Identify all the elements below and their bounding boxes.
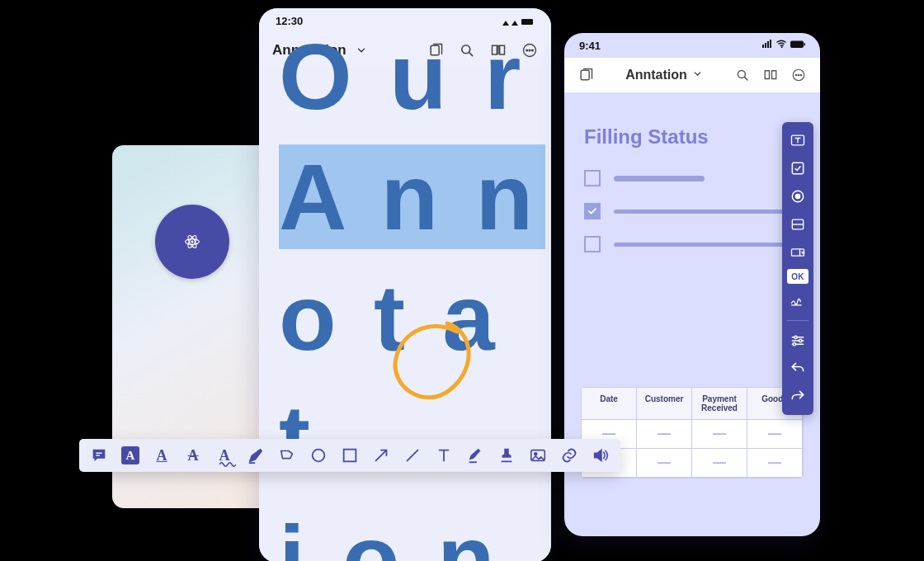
more-icon[interactable] [790, 67, 807, 83]
form-title: Filling Status [584, 125, 800, 148]
palette-divider [787, 320, 808, 321]
underline-text-icon[interactable]: A [152, 446, 172, 465]
listbox-icon[interactable] [786, 213, 809, 236]
radio-icon[interactable] [786, 185, 809, 208]
arrow-icon[interactable] [371, 446, 391, 465]
th: Date [582, 388, 637, 420]
svg-point-11 [781, 46, 783, 48]
svg-rect-13 [804, 43, 806, 46]
undo-icon[interactable] [786, 357, 809, 380]
search-icon[interactable] [734, 67, 751, 83]
squiggly-text-icon[interactable]: A [214, 446, 234, 465]
top-toolbar: Anntation [564, 58, 820, 92]
svg-rect-14 [581, 70, 589, 80]
ink-icon[interactable] [246, 446, 266, 465]
form-row[interactable] [584, 203, 800, 219]
stamp-icon[interactable] [497, 446, 516, 465]
chevron-down-icon[interactable] [692, 68, 703, 82]
image-icon[interactable] [528, 446, 548, 465]
svg-rect-30 [344, 450, 356, 462]
circle-icon[interactable] [309, 446, 328, 465]
form-row[interactable] [584, 170, 800, 186]
form-tools-palette: OK [782, 122, 813, 415]
td[interactable]: — [747, 420, 803, 449]
svg-point-29 [313, 450, 325, 462]
svg-point-18 [798, 74, 799, 76]
svg-rect-21 [792, 163, 803, 173]
book-icon[interactable] [762, 67, 779, 83]
react-icon [184, 233, 200, 250]
combobox-icon[interactable] [786, 241, 809, 264]
doc-row-3: i o n [279, 498, 551, 561]
svg-point-27 [799, 339, 802, 342]
td[interactable]: — [747, 449, 803, 478]
svg-point-17 [795, 74, 797, 76]
td[interactable]: — [637, 449, 692, 478]
svg-point-0 [191, 240, 193, 243]
svg-point-15 [738, 70, 745, 78]
note-icon[interactable] [89, 446, 109, 465]
react-badge [155, 205, 229, 279]
strike-text-icon[interactable]: A [183, 446, 203, 465]
th: Payment Received [692, 388, 747, 420]
form-row[interactable] [584, 236, 800, 252]
checkbox-unchecked[interactable] [584, 170, 601, 186]
panels-icon[interactable] [578, 67, 594, 83]
svg-point-26 [794, 336, 797, 338]
big-text: O u r A n n o t a t i o n [259, 16, 551, 561]
form-field-line [614, 210, 800, 214]
square-icon[interactable] [340, 446, 360, 465]
sound-icon[interactable] [591, 446, 610, 465]
checkbox-unchecked[interactable] [584, 236, 601, 252]
signature-icon[interactable] [786, 289, 809, 312]
annotation-toolbar: A A A A [79, 439, 620, 472]
th: Customer [637, 388, 692, 420]
status-bar: 9:41 [564, 33, 820, 58]
checkbox-icon[interactable] [786, 157, 809, 180]
highlight-text-icon[interactable]: A [120, 446, 140, 465]
status-right-icons [761, 40, 805, 52]
text-field-icon[interactable] [786, 129, 809, 152]
svg-point-32 [535, 453, 537, 455]
link-icon[interactable] [559, 446, 579, 465]
phone-center: 12:30 Annotation [259, 8, 551, 561]
td[interactable]: — [637, 420, 692, 449]
td[interactable]: — [692, 420, 747, 449]
checkbox-checked[interactable] [584, 203, 601, 219]
form-field-line [614, 176, 705, 182]
svg-point-28 [793, 343, 795, 346]
status-time: 9:41 [579, 40, 601, 52]
line-icon[interactable] [403, 446, 422, 465]
ink-circle-annotation[interactable] [388, 317, 478, 403]
sign-icon[interactable] [465, 446, 485, 465]
freeform-icon[interactable] [277, 446, 297, 465]
svg-point-19 [800, 74, 802, 76]
document-viewport[interactable]: O u r A n n o t a t i o n [259, 68, 551, 561]
toolbar-title[interactable]: Anntation [625, 68, 687, 82]
redo-icon[interactable] [786, 385, 809, 408]
doc-row-0: O u r [279, 16, 551, 137]
highlighted-text: A n n [279, 144, 545, 249]
form-field-line [614, 243, 800, 247]
text-T-icon[interactable] [434, 446, 454, 465]
sliders-icon[interactable] [786, 329, 809, 352]
svg-rect-12 [790, 40, 804, 48]
svg-point-23 [796, 195, 800, 199]
td[interactable]: — [692, 449, 747, 478]
ok-button-icon[interactable]: OK [787, 269, 808, 284]
